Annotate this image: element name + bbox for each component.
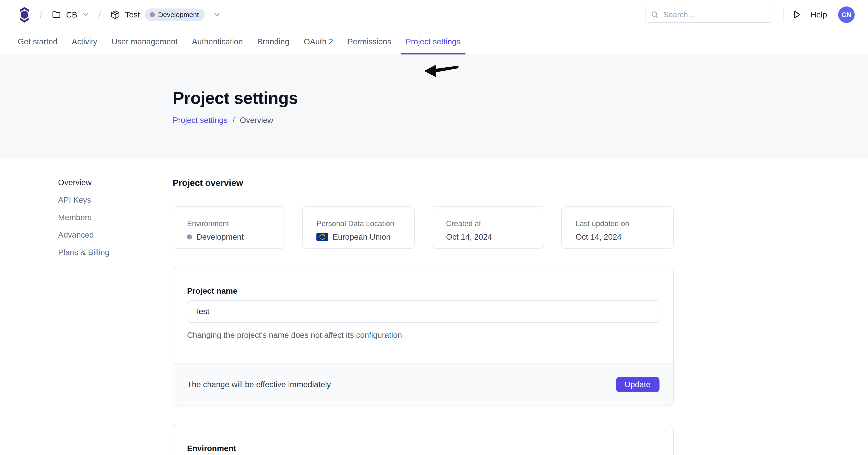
- info-card-label: Last updated on: [576, 220, 668, 228]
- environment-dot-icon: [187, 234, 192, 239]
- environment-badge: Development: [145, 8, 205, 21]
- help-link[interactable]: Help: [811, 10, 827, 19]
- tab-bar: Get started Activity User management Aut…: [0, 29, 868, 54]
- main-panel: Project overview Environment Development…: [173, 178, 674, 455]
- content-area: Overview API Keys Members Advanced Plans…: [0, 158, 868, 455]
- folder-icon: [52, 10, 61, 19]
- sidebar-item-advanced[interactable]: Advanced: [58, 230, 173, 239]
- project-name: Test: [125, 10, 140, 19]
- breadcrumb-link-project-settings[interactable]: Project settings: [173, 116, 227, 124]
- tab-branding[interactable]: Branding: [250, 29, 297, 54]
- environment-label: Environment: [187, 444, 659, 453]
- eu-flag-icon: [316, 233, 328, 241]
- breadcrumb-current: Overview: [240, 116, 273, 124]
- play-icon[interactable]: [793, 10, 801, 19]
- tab-get-started[interactable]: Get started: [10, 29, 64, 54]
- page-title: Project settings: [173, 88, 868, 108]
- breadcrumb-separator: /: [232, 116, 235, 124]
- search-box[interactable]: [645, 7, 773, 23]
- tab-authentication[interactable]: Authentication: [185, 29, 250, 54]
- chevron-down-icon: [82, 11, 89, 18]
- update-button[interactable]: Update: [616, 377, 659, 392]
- package-icon: [110, 10, 120, 20]
- sidebar-item-api-keys[interactable]: API Keys: [58, 195, 173, 204]
- info-card-label: Created at: [446, 220, 538, 228]
- tab-user-management[interactable]: User management: [104, 29, 185, 54]
- org-name: CB: [66, 10, 78, 19]
- settings-sidebar: Overview API Keys Members Advanced Plans…: [58, 178, 173, 455]
- project-name-helper: Changing the project's name does not aff…: [187, 331, 659, 363]
- project-name-card-footer: The change will be effective immediately…: [173, 363, 673, 406]
- breadcrumb: Project settings / Overview: [173, 116, 868, 125]
- header-divider: [783, 8, 783, 21]
- org-switcher[interactable]: CB: [52, 10, 89, 19]
- sidebar-item-overview[interactable]: Overview: [58, 178, 173, 187]
- footer-note: The change will be effective immediately: [187, 380, 331, 389]
- search-input[interactable]: [663, 10, 768, 19]
- environment-badge-label: Development: [158, 11, 199, 19]
- info-card-value: Oct 14, 2024: [576, 232, 622, 241]
- info-card-label: Environment: [187, 220, 279, 228]
- logo-icon[interactable]: [19, 6, 31, 23]
- info-cards-row: Environment Development Personal Data Lo…: [173, 206, 674, 249]
- breadcrumb-separator: /: [98, 10, 101, 20]
- info-card-label: Personal Data Location: [316, 220, 408, 228]
- chevron-down-icon: [213, 11, 220, 18]
- project-name-input[interactable]: [187, 300, 660, 323]
- info-card-value: Development: [196, 232, 244, 241]
- tab-project-settings[interactable]: Project settings: [398, 29, 468, 54]
- info-card-last-updated: Last updated on Oct 14, 2024: [561, 206, 674, 249]
- info-card-created-at: Created at Oct 14, 2024: [432, 206, 544, 249]
- project-name-card: Project name Changing the project's name…: [173, 266, 674, 406]
- tab-oauth2[interactable]: OAuth 2: [297, 29, 340, 54]
- environment-card: Environment Development: [173, 424, 674, 455]
- project-switcher[interactable]: Test Development: [110, 8, 220, 21]
- search-icon: [651, 10, 659, 19]
- section-title: Project overview: [173, 178, 674, 188]
- info-card-value: Oct 14, 2024: [446, 232, 492, 241]
- avatar[interactable]: CN: [838, 6, 855, 23]
- project-name-label: Project name: [187, 286, 659, 295]
- info-card-data-location: Personal Data Location Europea: [302, 206, 414, 249]
- sidebar-item-members[interactable]: Members: [58, 213, 173, 222]
- tab-permissions[interactable]: Permissions: [340, 29, 398, 54]
- annotation-arrow-icon: [424, 63, 460, 79]
- info-card-environment: Environment Development: [173, 206, 285, 249]
- info-card-value: European Union: [333, 232, 391, 241]
- sidebar-item-plans-billing[interactable]: Plans & Billing: [58, 248, 173, 257]
- breadcrumb-separator: /: [40, 10, 42, 20]
- tab-activity[interactable]: Activity: [64, 29, 104, 54]
- top-bar: / CB / Test Development: [0, 0, 868, 29]
- environment-dot-icon: [150, 12, 155, 17]
